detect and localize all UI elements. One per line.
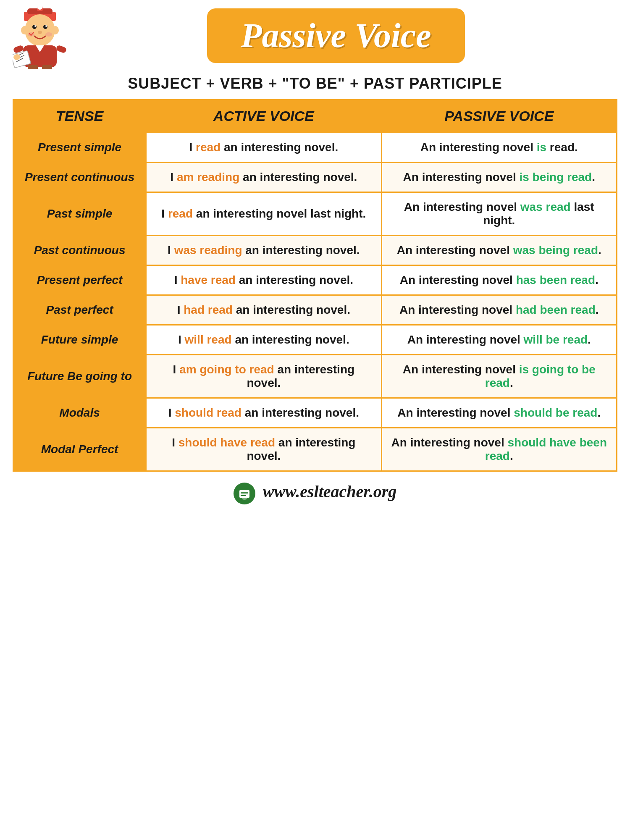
- passive-verb: is: [537, 141, 546, 154]
- mascot: [13, 4, 71, 63]
- active-voice-cell: I read an interesting novel.: [146, 133, 381, 163]
- passive-voice-cell: An interesting novel is read.: [381, 133, 617, 163]
- active-voice-cell: I should have read an interesting novel.: [146, 428, 381, 471]
- passive-verb: should be read: [514, 406, 597, 419]
- active-verb: am reading: [177, 171, 239, 184]
- passive-voice-cell: An interesting novel is going to be read…: [381, 355, 617, 398]
- active-voice-cell: I will read an interesting novel.: [146, 325, 381, 355]
- tense-cell: Present perfect: [13, 265, 146, 295]
- table-row: Modal PerfectI should have read an inter…: [13, 428, 617, 471]
- svg-point-32: [242, 497, 247, 500]
- active-voice-cell: I had read an interesting novel.: [146, 295, 381, 325]
- active-verb: had read: [184, 303, 233, 316]
- tense-cell: Present continuous: [13, 163, 146, 192]
- passive-voice-cell: An interesting novel was read last night…: [381, 192, 617, 236]
- passive-voice-table: TENSE ACTIVE VOICE PASSIVE VOICE Present…: [13, 99, 617, 472]
- svg-rect-25: [28, 65, 38, 69]
- passive-voice-cell: An interesting novel had been read.: [381, 295, 617, 325]
- footer-url-text: www.eslteacher.org: [263, 482, 397, 501]
- svg-point-7: [52, 26, 59, 34]
- svg-point-14: [45, 32, 52, 37]
- passive-voice-cell: An interesting novel will be read.: [381, 325, 617, 355]
- active-voice-cell: I am going to read an interesting novel.: [146, 355, 381, 398]
- active-voice-cell: I have read an interesting novel.: [146, 265, 381, 295]
- svg-point-5: [25, 14, 55, 46]
- passive-voice-cell: An interesting novel should be read.: [381, 398, 617, 428]
- active-voice-cell: I was reading an interesting novel.: [146, 236, 381, 265]
- table-row: Present simpleI read an interesting nove…: [13, 133, 617, 163]
- table-row: Future simpleI will read an interesting …: [13, 325, 617, 355]
- formula: SUBJECT + VERB + "TO BE" + PAST PARTICIP…: [128, 75, 502, 92]
- svg-point-9: [43, 25, 47, 29]
- tense-cell: Past continuous: [13, 236, 146, 265]
- svg-point-6: [21, 26, 28, 34]
- tense-cell: Future Be going to: [13, 355, 146, 398]
- col-passive: PASSIVE VOICE: [381, 100, 617, 133]
- svg-rect-26: [42, 65, 52, 69]
- active-verb: was reading: [174, 244, 242, 257]
- col-active: ACTIVE VOICE: [146, 100, 381, 133]
- active-verb: am going to read: [179, 363, 274, 376]
- table-row: Past continuousI was reading an interest…: [13, 236, 617, 265]
- passive-verb: will be read: [524, 333, 588, 346]
- svg-point-11: [45, 25, 47, 27]
- active-voice-cell: I read an interesting novel last night.: [146, 192, 381, 236]
- table-row: Present perfectI have read an interestin…: [13, 265, 617, 295]
- active-verb: should read: [175, 406, 242, 419]
- title-banner: Passive Voice: [207, 8, 465, 63]
- tense-cell: Past perfect: [13, 295, 146, 325]
- active-verb: will read: [185, 333, 232, 346]
- passive-voice-cell: An interesting novel was being read.: [381, 236, 617, 265]
- passive-verb: is being read: [519, 171, 592, 184]
- active-verb: read: [168, 207, 193, 220]
- passive-verb: has been read: [516, 273, 595, 286]
- passive-verb: is going to be read: [485, 363, 596, 389]
- passive-voice-cell: An interesting novel should have been re…: [381, 428, 617, 471]
- table-row: Past perfectI had read an interesting no…: [13, 295, 617, 325]
- active-voice-cell: I should read an interesting novel.: [146, 398, 381, 428]
- passive-verb: had been read: [516, 303, 596, 316]
- active-verb: have read: [181, 273, 236, 286]
- svg-rect-17: [55, 45, 67, 53]
- svg-rect-29: [241, 492, 248, 493]
- header: Passive Voice: [13, 8, 617, 63]
- svg-point-12: [38, 31, 42, 34]
- passive-verb: should have been read: [485, 436, 607, 462]
- active-verb: should have read: [178, 436, 275, 449]
- footer-url: www.eslteacher.org: [234, 482, 397, 504]
- page-title: Passive Voice: [241, 16, 431, 55]
- tense-cell: Past simple: [13, 192, 146, 236]
- table-row: Past simpleI read an interesting novel l…: [13, 192, 617, 236]
- svg-rect-30: [241, 494, 248, 494]
- passive-verb: was being read: [513, 244, 598, 257]
- tense-cell: Future simple: [13, 325, 146, 355]
- page: Passive Voice SUBJECT + VERB + "TO BE" +…: [0, 0, 630, 840]
- tense-cell: Modal Perfect: [13, 428, 146, 471]
- table-header-row: TENSE ACTIVE VOICE PASSIVE VOICE: [13, 100, 617, 133]
- table-row: ModalsI should read an interesting novel…: [13, 398, 617, 428]
- passive-voice-cell: An interesting novel is being read.: [381, 163, 617, 192]
- active-verb: read: [196, 141, 220, 154]
- svg-rect-31: [241, 495, 246, 496]
- svg-point-10: [34, 25, 36, 27]
- svg-point-8: [32, 25, 37, 29]
- active-voice-cell: I am reading an interesting novel.: [146, 163, 381, 192]
- table-row: Future Be going toI am going to read an …: [13, 355, 617, 398]
- table-row: Present continuousI am reading an intere…: [13, 163, 617, 192]
- passive-verb: was read: [520, 200, 571, 213]
- passive-voice-cell: An interesting novel has been read.: [381, 265, 617, 295]
- tense-cell: Modals: [13, 398, 146, 428]
- tense-cell: Present simple: [13, 133, 146, 163]
- esl-logo-icon: [234, 482, 263, 501]
- col-tense: TENSE: [13, 100, 146, 133]
